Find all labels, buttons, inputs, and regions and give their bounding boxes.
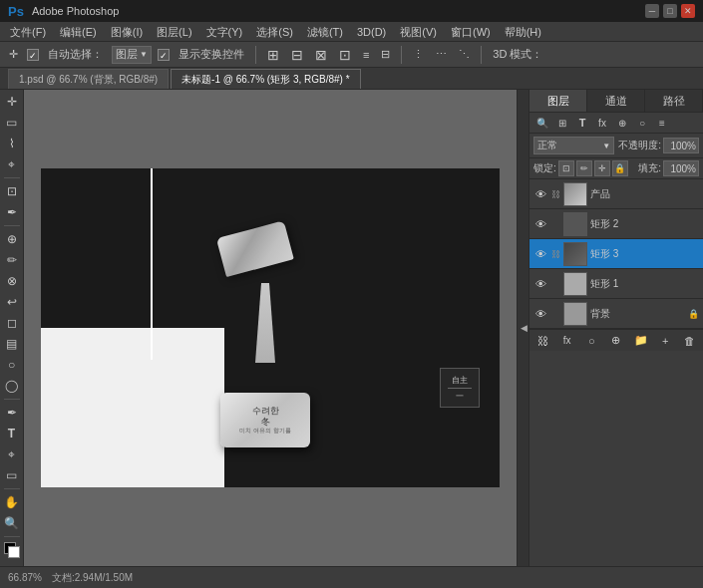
- heal-tool[interactable]: ⊕: [2, 229, 22, 249]
- lock-all-btn[interactable]: 🔒: [612, 160, 628, 176]
- auto-select-checkbox[interactable]: [27, 49, 39, 61]
- menu-item-编辑e[interactable]: 编辑(E): [54, 22, 103, 42]
- opacity-input[interactable]: [663, 138, 699, 153]
- layer-visibility-icon[interactable]: 👁: [533, 217, 547, 231]
- fx-btn[interactable]: fx: [558, 332, 576, 350]
- shape-tool[interactable]: ▭: [2, 465, 22, 485]
- layer-link-icon[interactable]: [550, 307, 560, 321]
- stamp-tool[interactable]: ⊗: [2, 271, 22, 291]
- lasso-tool[interactable]: ⌇: [2, 134, 22, 153]
- layer-item[interactable]: 👁背景🔒: [529, 299, 703, 329]
- align-right-icon[interactable]: ⊠: [312, 47, 330, 63]
- menu-item-文字y[interactable]: 文字(Y): [200, 22, 249, 42]
- dodge-tool[interactable]: ◯: [2, 376, 22, 396]
- product-group: 수려한 冬 미치 여유의 향기를: [210, 248, 330, 447]
- tab-1[interactable]: 未标题-1 @ 66.7% (矩形 3, RGB/8#) *: [171, 69, 361, 89]
- layer-item[interactable]: 👁⛓产品: [529, 179, 703, 209]
- transform-checkbox[interactable]: [158, 49, 170, 61]
- eraser-tool[interactable]: ◻: [2, 313, 22, 333]
- add-mask-btn[interactable]: ○: [582, 332, 600, 350]
- delete-layer-btn[interactable]: 🗑: [681, 332, 699, 350]
- right-collapse[interactable]: ◀: [517, 90, 528, 566]
- panel-adjust-icon[interactable]: ⊕: [613, 115, 631, 131]
- layer-item[interactable]: 👁矩形 2: [529, 209, 703, 239]
- align-middle-icon[interactable]: ≡: [360, 49, 372, 61]
- blur-tool[interactable]: ○: [2, 355, 22, 375]
- text-tool[interactable]: T: [2, 424, 22, 443]
- selection-tool[interactable]: ▭: [2, 113, 22, 133]
- menu-item-帮助h[interactable]: 帮助(H): [499, 22, 547, 42]
- menu-item-文件f[interactable]: 文件(F): [4, 22, 52, 42]
- fill-input[interactable]: [663, 160, 699, 176]
- new-layer-btn[interactable]: +: [656, 332, 674, 350]
- fill-control: 填充:: [638, 160, 699, 176]
- minimize-btn[interactable]: ─: [645, 4, 659, 18]
- history-tool[interactable]: ↩: [2, 292, 22, 312]
- menu-item-3dd[interactable]: 3D(D): [351, 22, 392, 42]
- align-center-icon[interactable]: ⊟: [288, 47, 306, 63]
- crop-tool[interactable]: ⊡: [2, 181, 22, 201]
- panel-menu-icon[interactable]: ≡: [653, 115, 671, 131]
- menu-item-选择s[interactable]: 选择(S): [250, 22, 299, 42]
- hand-tool[interactable]: ✋: [2, 492, 22, 512]
- layer-thumbnail: [563, 212, 587, 236]
- panel-search-icon[interactable]: 🔍: [533, 115, 551, 131]
- color-swatch[interactable]: [4, 542, 20, 558]
- link-layers-btn[interactable]: ⛓: [533, 332, 551, 350]
- menu-item-滤镜t[interactable]: 滤镜(T): [301, 22, 349, 42]
- layer-item[interactable]: 👁⛓矩形 3: [529, 239, 703, 269]
- lock-move-btn[interactable]: ✛: [594, 160, 610, 176]
- new-group-btn[interactable]: 📁: [632, 332, 650, 350]
- panel-filter-icon[interactable]: ⊞: [553, 115, 571, 131]
- layer-visibility-icon[interactable]: 👁: [533, 247, 547, 261]
- layer-dropdown[interactable]: 图层 ▼: [112, 46, 152, 64]
- canvas-area[interactable]: 수려한 冬 미치 여유의 향기를 自主 一: [24, 90, 517, 566]
- panel-tab-路径[interactable]: 路径: [645, 90, 703, 112]
- path-tool[interactable]: ⌖: [2, 444, 22, 464]
- maximize-btn[interactable]: □: [663, 4, 677, 18]
- layer-visibility-icon[interactable]: 👁: [533, 307, 547, 321]
- panel-effect-icon[interactable]: fx: [593, 115, 611, 131]
- menu-item-窗口w[interactable]: 窗口(W): [445, 22, 497, 42]
- canvas-image[interactable]: 수려한 冬 미치 여유의 향기를 自主 一: [41, 168, 500, 487]
- layer-item[interactable]: 👁矩形 1: [529, 269, 703, 299]
- lock-transparent-btn[interactable]: ⊡: [558, 160, 574, 176]
- layer-visibility-icon[interactable]: 👁: [533, 187, 547, 201]
- panel-tab-图层[interactable]: 图层: [529, 90, 587, 112]
- wand-tool[interactable]: ⌖: [2, 154, 22, 174]
- background-color[interactable]: [8, 546, 20, 558]
- menu-item-视图v[interactable]: 视图(V): [394, 22, 443, 42]
- menu-item-图像i[interactable]: 图像(I): [105, 22, 149, 42]
- blend-opacity-row: 正常 ▼ 不透明度:: [529, 134, 703, 158]
- layer-link-icon[interactable]: [550, 277, 560, 291]
- layer-link-icon[interactable]: ⛓: [550, 187, 560, 201]
- align-bottom-icon[interactable]: ⊟: [378, 48, 393, 61]
- blend-mode-dropdown[interactable]: 正常 ▼: [533, 137, 614, 154]
- layer-visibility-icon[interactable]: 👁: [533, 277, 547, 291]
- layer-link-icon[interactable]: [550, 217, 560, 231]
- panel-type-icon[interactable]: T: [573, 115, 591, 131]
- menu-item-图层l[interactable]: 图层(L): [151, 22, 197, 42]
- zoom-tool[interactable]: 🔍: [2, 513, 22, 533]
- tab-0[interactable]: 1.psd @ 66.7% (背景, RGB/8#): [8, 69, 169, 89]
- dist3-icon[interactable]: ⋱: [456, 48, 473, 61]
- menu-label: Adobe Photoshop: [32, 5, 119, 17]
- align-left-icon[interactable]: ⊞: [264, 47, 282, 63]
- dist2-icon[interactable]: ⋯: [433, 48, 450, 61]
- panel-mask-icon[interactable]: ○: [633, 115, 651, 131]
- pen-tool[interactable]: ✒: [2, 403, 22, 423]
- brush-tool[interactable]: ✏: [2, 250, 22, 270]
- dist1-icon[interactable]: ⋮: [410, 48, 427, 61]
- cream-pour: [255, 283, 275, 363]
- panel-tab-通道[interactable]: 通道: [587, 90, 645, 112]
- layers-list: 👁⛓产品👁矩形 2👁⛓矩形 3👁矩形 1👁背景🔒: [529, 179, 703, 329]
- move-tool[interactable]: ✛: [2, 92, 22, 112]
- gradient-tool[interactable]: ▤: [2, 334, 22, 354]
- layer-link-icon[interactable]: ⛓: [550, 247, 560, 261]
- add-adjustment-btn[interactable]: ⊕: [607, 332, 625, 350]
- lock-paint-btn[interactable]: ✏: [576, 160, 592, 176]
- close-btn[interactable]: ✕: [681, 4, 695, 18]
- align-top-icon[interactable]: ⊡: [336, 47, 354, 63]
- zoom-level: 66.87%: [8, 572, 42, 583]
- eyedropper-tool[interactable]: ✒: [2, 202, 22, 222]
